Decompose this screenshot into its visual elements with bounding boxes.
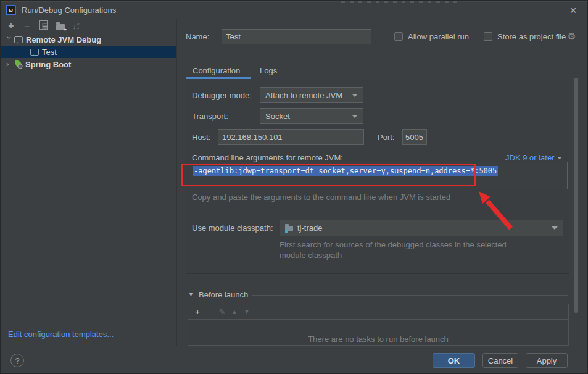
help-button[interactable]: ?	[10, 354, 24, 367]
cmdline-hint: Copy and paste the arguments to the comm…	[192, 193, 450, 202]
host-label: Host:	[192, 133, 210, 142]
jvm-args-field[interactable]: -agentlib:jdwp=transport=dt_socket,serve…	[189, 162, 568, 189]
tree-group-label: Spring Boot	[25, 60, 71, 69]
footer-divider	[1, 346, 588, 346]
transport-value: Socket	[265, 112, 290, 121]
remote-jvm-debug-icon	[30, 49, 39, 56]
jdk-version-label: JDK 9 or later	[505, 153, 554, 162]
debugger-mode-value: Attach to remote JVM	[265, 91, 342, 100]
cancel-button[interactable]: Cancel	[482, 353, 518, 368]
port-input[interactable]	[402, 129, 427, 145]
chevron-down-icon	[552, 226, 558, 230]
store-as-project-file-label: Store as project file	[497, 32, 566, 41]
gear-icon[interactable]: ⚙	[568, 31, 576, 42]
module-classpath-hint: First search for sources of the debugged…	[280, 239, 521, 260]
jvm-args-value: -agentlib:jdwp=transport=dt_socket,serve…	[193, 166, 498, 176]
add-configuration-button[interactable]: +	[6, 20, 17, 31]
section-rule	[252, 295, 568, 296]
transport-label: Transport:	[192, 112, 228, 121]
copy-configuration-button[interactable]	[39, 20, 50, 31]
apply-button[interactable]: Apply	[526, 353, 568, 368]
remote-jvm-debug-icon	[14, 36, 23, 43]
before-launch-toolbar: + − ✎ ▲ ▼	[188, 304, 569, 320]
move-down-button[interactable]: ▼	[241, 309, 253, 315]
add-task-button[interactable]: +	[191, 307, 204, 317]
debugger-mode-label: Debugger mode:	[192, 91, 252, 100]
sort-configurations-button[interactable]: ↓ az	[70, 20, 81, 31]
remove-task-button[interactable]: −	[204, 307, 216, 317]
remove-configuration-button[interactable]: −	[22, 20, 33, 31]
move-up-button[interactable]: ▲	[228, 309, 241, 315]
store-as-project-file-checkbox[interactable]	[484, 32, 492, 41]
name-input[interactable]	[222, 29, 371, 44]
copy-icon	[41, 22, 48, 30]
tree-item-label: Test	[42, 48, 57, 57]
new-folder-button[interactable]	[55, 20, 66, 31]
chevron-collapsed-icon[interactable]: ›	[6, 61, 12, 67]
module-icon	[285, 226, 293, 231]
run-debug-configurations-dialog: IJ Run/Debug Configurations × + − ↓ az ›…	[0, 0, 588, 374]
sort-az-icon: ↓ az	[72, 22, 79, 31]
allow-parallel-run-checkbox[interactable]	[394, 32, 403, 41]
module-classpath-dropdown[interactable]: tj-trade	[280, 220, 563, 236]
tree-group-remote-jvm-debug[interactable]: › Remote JVM Debug	[1, 33, 176, 46]
tab-logs[interactable]: Logs	[260, 66, 277, 75]
transport-dropdown[interactable]: Socket	[260, 108, 363, 124]
chevron-down-icon	[352, 115, 358, 118]
tree-item-test[interactable]: Test	[1, 46, 176, 58]
jdk-version-selector[interactable]: JDK 9 or later	[505, 153, 562, 162]
close-icon[interactable]: ×	[566, 3, 581, 18]
module-classpath-label: Use module classpath:	[192, 223, 273, 233]
before-launch-empty-text: There are no tasks to run before launch	[188, 335, 569, 344]
port-label: Port:	[378, 133, 394, 142]
dialog-title: Run/Debug Configurations	[22, 6, 116, 15]
sidebar-divider	[176, 19, 177, 346]
chevron-down-icon	[352, 94, 358, 97]
edit-configuration-templates-link[interactable]: Edit configuration templates...	[8, 330, 114, 339]
name-label: Name:	[186, 32, 209, 41]
vertical-scrollbar[interactable]	[574, 78, 578, 313]
tab-configuration[interactable]: Configuration	[193, 66, 240, 75]
debugger-mode-dropdown[interactable]: Attach to remote JVM	[260, 87, 363, 103]
before-launch-title: Before launch	[199, 290, 248, 299]
window-top-edge	[1, 1, 588, 2]
edit-task-button[interactable]: ✎	[216, 307, 228, 317]
intellij-logo-icon: IJ	[6, 5, 16, 15]
chevron-expanded-icon[interactable]: ›	[6, 36, 12, 43]
ok-button[interactable]: OK	[433, 353, 475, 368]
tree-group-spring-boot[interactable]: › Spring Boot	[1, 58, 176, 70]
chevron-down-icon	[557, 157, 562, 159]
allow-parallel-run-label: Allow parallel run	[408, 32, 469, 41]
collapse-section-icon[interactable]: ▼	[188, 291, 194, 297]
new-folder-icon	[56, 24, 65, 30]
spring-boot-icon	[14, 60, 23, 69]
tree-group-label: Remote JVM Debug	[26, 35, 101, 44]
host-input[interactable]	[218, 129, 364, 145]
background-window-artifact	[341, 1, 462, 3]
cmdline-args-label: Command line arguments for remote JVM:	[192, 153, 343, 162]
module-classpath-value: tj-trade	[297, 223, 322, 233]
